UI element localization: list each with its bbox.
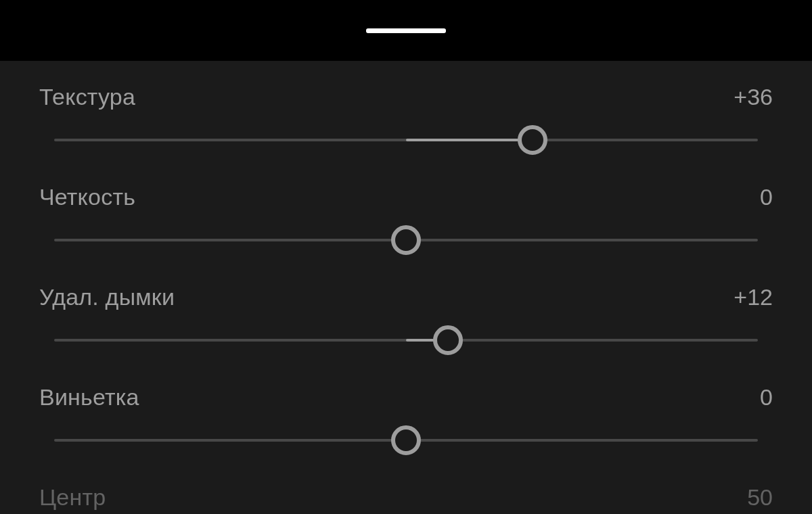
slider-label: Четкость <box>39 184 135 210</box>
slider-value: 50 <box>747 484 773 511</box>
slider-value: +12 <box>734 284 773 310</box>
slider-label-row: Четкость 0 <box>39 184 773 212</box>
effects-panel: Текстура +36 Четкость 0 Удал. дымки +12 <box>0 61 812 511</box>
slider-value: 0 <box>760 384 773 411</box>
slider-label-row: Текстура +36 <box>39 84 773 112</box>
slider-handle[interactable] <box>391 225 421 255</box>
slider-clarity: Четкость 0 <box>39 161 773 261</box>
slider-vignette: Виньетка 0 <box>39 361 773 461</box>
slider-label: Центр <box>39 484 106 511</box>
drag-handle-icon[interactable] <box>366 28 446 33</box>
slider-label-row: Виньетка 0 <box>39 384 773 413</box>
slider-track[interactable] <box>39 419 773 461</box>
slider-value: 0 <box>760 184 773 210</box>
slider-midpoint: Центр 50 <box>39 461 773 511</box>
slider-texture: Текстура +36 <box>39 61 773 161</box>
slider-label-row: Удал. дымки +12 <box>39 284 773 312</box>
slider-label: Текстура <box>39 84 135 110</box>
slider-track[interactable] <box>39 119 773 161</box>
slider-label: Удал. дымки <box>39 284 175 310</box>
slider-track[interactable] <box>39 319 773 361</box>
slider-label-row: Центр 50 <box>39 484 773 511</box>
slider-track-fill <box>406 139 533 141</box>
slider-label: Виньетка <box>39 384 139 411</box>
slider-dehaze: Удал. дымки +12 <box>39 261 773 361</box>
slider-value: +36 <box>734 84 773 110</box>
slider-handle[interactable] <box>433 325 463 355</box>
slider-track[interactable] <box>39 219 773 261</box>
slider-handle[interactable] <box>518 125 547 155</box>
sheet-top-bar <box>0 0 812 61</box>
slider-handle[interactable] <box>391 425 421 455</box>
